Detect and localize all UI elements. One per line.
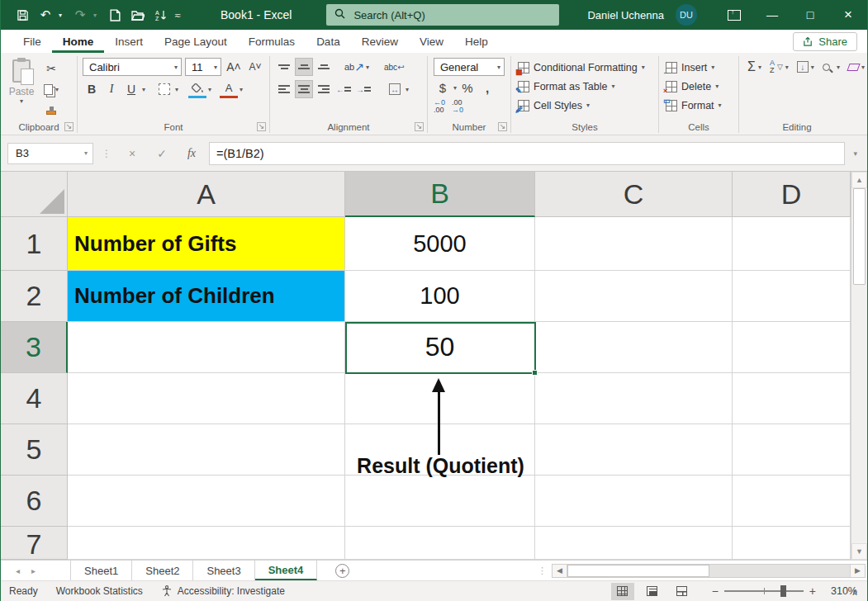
percent-style-icon[interactable]: %	[458, 78, 477, 97]
cell-c3[interactable]	[535, 322, 733, 373]
increase-font-size-icon[interactable]: A˄	[225, 58, 243, 76]
minimize-icon[interactable]: —	[753, 0, 791, 30]
cell-a5[interactable]	[68, 424, 345, 476]
tab-review[interactable]: Review	[351, 32, 409, 53]
cell-b7[interactable]	[345, 527, 535, 560]
select-all-corner[interactable]	[1, 172, 68, 217]
normal-view-button[interactable]	[611, 583, 634, 600]
zoom-out-icon[interactable]: −	[712, 584, 719, 598]
page-layout-view-button[interactable]	[641, 583, 664, 600]
row-header-2[interactable]: 2	[1, 271, 68, 322]
scroll-down-icon[interactable]: ▼	[851, 543, 867, 560]
open-file-icon[interactable]	[128, 5, 148, 25]
sort-filter-button[interactable]: AZ▽▾	[770, 58, 789, 76]
avatar[interactable]: DU	[676, 4, 697, 26]
row-header-5[interactable]: 5	[1, 424, 68, 476]
tab-page-layout[interactable]: Page Layout	[154, 32, 238, 53]
comma-style-icon[interactable]: ,	[478, 78, 496, 97]
cell-d5[interactable]	[733, 424, 851, 476]
font-color-dropdown-icon[interactable]: ▾	[240, 86, 243, 93]
delete-cells-button[interactable]: × Delete▾	[666, 77, 732, 96]
center-icon[interactable]	[295, 80, 313, 98]
cell-styles-button[interactable]: 🖉 Cell Styles▾	[518, 96, 652, 115]
cell-d6[interactable]	[733, 476, 851, 527]
fill-color-dropdown-icon[interactable]: ▾	[208, 86, 211, 93]
clipboard-dialog-launcher-icon[interactable]: ↘	[64, 122, 74, 131]
font-family-select[interactable]: Calibri▾	[83, 58, 182, 76]
vertical-scrollbar[interactable]: ▲ ▼	[851, 172, 867, 560]
format-as-table-button[interactable]: ✎ Format as Table▾	[518, 77, 652, 96]
cell-b4[interactable]	[345, 373, 535, 424]
search-input[interactable]	[353, 9, 551, 21]
cell-a1[interactable]: Number of Gifts	[68, 217, 345, 271]
number-format-select[interactable]: General▾	[434, 58, 505, 76]
decrease-indent-icon[interactable]: ←	[334, 80, 353, 98]
row-header-3[interactable]: 3	[1, 322, 68, 373]
cell-c2[interactable]	[535, 271, 733, 322]
fill-color-icon[interactable]	[188, 80, 206, 98]
zoom-slider-thumb[interactable]	[780, 585, 786, 597]
horizontal-scroll-thumb[interactable]	[567, 565, 709, 577]
formula-input[interactable]	[216, 147, 837, 160]
sheet-tab-sheet3[interactable]: Sheet3	[193, 561, 254, 580]
format-cells-button[interactable]: ▭ Format▾	[666, 96, 732, 115]
cell-c1[interactable]	[535, 217, 733, 271]
clear-button[interactable]: ▾	[848, 58, 865, 76]
align-right-icon[interactable]	[315, 80, 333, 98]
tab-home[interactable]: Home	[52, 32, 105, 53]
row-header-7[interactable]: 7	[1, 527, 68, 560]
cell-b6[interactable]	[345, 476, 535, 527]
tab-formulas[interactable]: Formulas	[238, 32, 306, 53]
cut-icon[interactable]: ✂	[42, 59, 60, 78]
sheet-tab-sheet1[interactable]: Sheet1	[70, 561, 132, 580]
column-header-b[interactable]: B	[345, 172, 535, 217]
sort-az-icon[interactable]: AZ	[151, 5, 171, 25]
sheet-nav-right-icon[interactable]: ▸	[31, 566, 36, 575]
customize-qat-icon[interactable]: ≂	[174, 11, 183, 20]
column-header-d[interactable]: D	[733, 172, 851, 217]
sheet-tab-sheet4-active[interactable]: Sheet4	[255, 561, 318, 580]
enter-icon[interactable]: ✓	[149, 143, 174, 164]
undo-icon[interactable]: ↶	[36, 5, 55, 25]
bottom-align-icon[interactable]	[315, 58, 333, 76]
cell-a7[interactable]	[68, 527, 345, 560]
cell-b5[interactable]	[345, 424, 535, 476]
find-select-button[interactable]: ▾	[823, 58, 840, 76]
paste-button[interactable]: Paste ▾	[1, 58, 42, 120]
insert-function-icon[interactable]: fx	[179, 143, 204, 164]
middle-align-icon[interactable]	[295, 58, 313, 76]
cell-d4[interactable]	[733, 373, 851, 424]
column-header-a[interactable]: A	[68, 172, 345, 217]
tab-file[interactable]: File	[12, 32, 52, 53]
search-box[interactable]	[326, 4, 559, 26]
vertical-scroll-thumb[interactable]	[853, 188, 866, 285]
bold-button[interactable]: B	[83, 80, 101, 98]
user-name[interactable]: Daniel Uchenna	[587, 9, 664, 21]
tab-splitter-handle[interactable]: ⋮	[538, 566, 547, 576]
name-box[interactable]: B3 ▾	[7, 143, 93, 164]
decrease-decimal-icon[interactable]: .00→0	[452, 99, 463, 114]
cell-c4[interactable]	[535, 373, 733, 424]
maximize-icon[interactable]: □	[791, 0, 829, 30]
orientation-dropdown-icon[interactable]: ▾	[366, 64, 369, 71]
fill-button[interactable]: ↓▾	[797, 58, 814, 76]
cell-a2[interactable]: Number of Children	[68, 271, 345, 322]
alignment-dialog-launcher-icon[interactable]: ↘	[415, 122, 424, 131]
horizontal-scrollbar[interactable]: ◀ ▶	[552, 564, 866, 578]
sheet-nav-left-icon[interactable]: ◂	[16, 566, 20, 575]
collapse-ribbon-icon[interactable]: ∧	[851, 587, 858, 598]
cell-a4[interactable]	[68, 373, 345, 424]
close-icon[interactable]: ×	[829, 0, 867, 30]
borders-icon[interactable]	[155, 80, 173, 98]
cell-c6[interactable]	[535, 476, 733, 527]
ribbon-display-options-icon[interactable]	[715, 0, 753, 30]
align-left-icon[interactable]	[275, 80, 293, 98]
accounting-format-icon[interactable]: $	[434, 78, 452, 97]
row-header-6[interactable]: 6	[1, 476, 68, 527]
cell-b1[interactable]: 5000	[345, 217, 535, 271]
undo-dropdown-icon[interactable]: ▾	[59, 12, 67, 19]
merge-center-icon[interactable]: ↔	[386, 80, 404, 98]
share-button[interactable]: Share	[793, 32, 857, 51]
cell-d3[interactable]	[733, 322, 851, 373]
format-painter-icon[interactable]	[42, 101, 60, 119]
